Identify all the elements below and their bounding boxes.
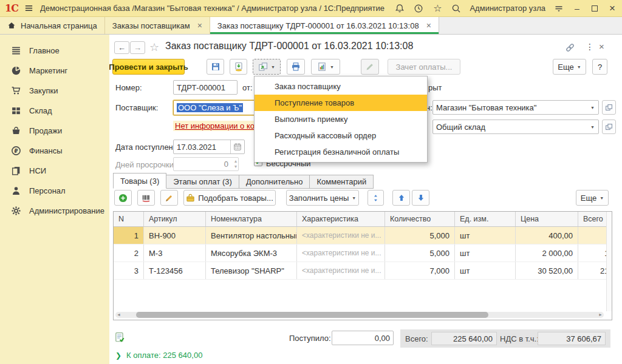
- supplier-label: Поставщик:: [115, 103, 158, 112]
- tab-home[interactable]: Начальная страница: [0, 17, 105, 34]
- cell-price: 400,00: [516, 227, 578, 244]
- sidebar-item-sales[interactable]: Продажи: [0, 121, 109, 141]
- col-characteristic[interactable]: Характеристика: [297, 212, 385, 226]
- move-row-down-button[interactable]: [412, 190, 429, 206]
- menu-item-goods-receipt[interactable]: Поступление товаров: [255, 95, 427, 111]
- cell-n: 2: [114, 244, 144, 261]
- edit-button-disabled[interactable]: [361, 59, 379, 75]
- add-plus-icon: [118, 194, 128, 203]
- scroll-right-icon[interactable]: ►: [598, 312, 603, 317]
- open-form-icon: [605, 123, 613, 131]
- cell-n: 1: [114, 227, 144, 244]
- tab-close-icon[interactable]: ×: [197, 21, 202, 30]
- sidebar-item-warehouse[interactable]: Склад: [0, 101, 109, 121]
- form-more-button[interactable]: Еще▼: [553, 59, 586, 75]
- sidebar-item-administration[interactable]: Администрирование: [0, 201, 109, 221]
- vat-label: НДС в т.ч.:: [500, 334, 539, 343]
- menu-item-perform-acceptance[interactable]: Выполнить приемку: [255, 111, 427, 127]
- help-button[interactable]: ?: [592, 59, 607, 75]
- favorites-star-icon[interactable]: ☆: [432, 3, 443, 14]
- tab-additional[interactable]: Дополнительно: [239, 175, 310, 189]
- sidebar-item-finance[interactable]: ₽ Финансы: [0, 141, 109, 161]
- minimize-button[interactable]: –: [572, 4, 582, 13]
- sidebar-item-purchases[interactable]: Закупки: [0, 81, 109, 101]
- post-document-button[interactable]: [230, 59, 247, 75]
- vertical-scrollbar[interactable]: [606, 212, 612, 311]
- current-user-label[interactable]: Администратор узла: [470, 4, 545, 13]
- add-row-button[interactable]: [114, 190, 132, 206]
- history-icon[interactable]: [413, 3, 424, 14]
- main-menu-icon[interactable]: [24, 3, 35, 14]
- warehouse-open-button[interactable]: [602, 120, 616, 134]
- create-based-on-button[interactable]: ▼: [253, 59, 281, 75]
- chevron-down-icon[interactable]: ▼: [590, 106, 595, 110]
- kebab-menu-icon[interactable]: ⋮: [586, 42, 594, 52]
- sidebar-label: Финансы: [29, 146, 63, 155]
- create-based-on-menu: Заказ поставщику Поступление товаров Вып…: [254, 76, 428, 163]
- store-combobox[interactable]: Магазин "Бытовая техника" ▼: [432, 100, 599, 115]
- goods-more-button[interactable]: Еще▼: [576, 190, 609, 206]
- save-button[interactable]: [207, 59, 224, 75]
- move-row-up-button[interactable]: [392, 190, 410, 206]
- store-open-button[interactable]: [602, 100, 616, 115]
- calendar-icon[interactable]: [230, 140, 244, 153]
- totals-panel: Всего: 225 640,00 НДС в т.ч.: 37 606,67: [400, 329, 610, 348]
- sidebar-item-marketing[interactable]: Маркетинг: [0, 61, 109, 81]
- get-link-icon[interactable]: [565, 42, 575, 55]
- sidebar-item-main[interactable]: Главное: [0, 41, 109, 61]
- chevron-down-icon[interactable]: ▼: [590, 125, 595, 129]
- sidebar-label: Администрирование: [29, 206, 104, 215]
- close-form-icon[interactable]: ×: [599, 41, 604, 52]
- payable-expander-link[interactable]: ❯ К оплате: 225 640,00: [115, 351, 202, 360]
- nav-back-button[interactable]: ←: [114, 41, 129, 54]
- scrollbar-thumb[interactable]: [136, 312, 488, 318]
- expand-rows-button[interactable]: [367, 190, 384, 206]
- cell-characteristic: <характеристики не и...: [297, 227, 385, 244]
- col-quantity[interactable]: Количество: [385, 212, 455, 226]
- tab-comment[interactable]: Комментарий: [310, 175, 374, 189]
- no-contact-info-link[interactable]: Нет информации о кон: [173, 121, 261, 131]
- scroll-left-icon[interactable]: ◄: [117, 312, 121, 317]
- sidebar-item-nsi[interactable]: НСИ: [0, 161, 109, 181]
- tab-payment-stages[interactable]: Этапы оплат (3): [166, 175, 239, 189]
- fill-prices-button[interactable]: Заполнить цены▼: [286, 190, 359, 206]
- menu-item-cashless-payment-registration[interactable]: Регистрация безналичной оплаты: [255, 144, 427, 160]
- tab-supplier-order-document[interactable]: Заказ поставщику ТДРТ-000001 от 16.03.20…: [210, 17, 439, 34]
- overdue-days-input[interactable]: 0 ▴▾: [173, 157, 239, 171]
- table-row[interactable]: 1 ВН-900 Вентилятор настольный <характер…: [114, 227, 612, 244]
- sidebar-item-personnel[interactable]: Персонал: [0, 181, 109, 201]
- col-price[interactable]: Цена: [516, 212, 578, 226]
- menu-item-supplier-order[interactable]: Заказ поставщику: [255, 78, 427, 95]
- tab-goods[interactable]: Товары (3): [113, 173, 166, 189]
- notifications-bell-icon[interactable]: [394, 3, 405, 14]
- service-menu-icon[interactable]: [553, 3, 564, 14]
- barcode-scan-button[interactable]: [137, 190, 155, 206]
- close-window-button[interactable]: ×: [607, 4, 617, 13]
- pick-goods-button[interactable]: Подобрать товары...: [183, 190, 276, 206]
- post-and-close-button[interactable]: Провести и закрыть: [112, 59, 185, 75]
- print-button[interactable]: [287, 59, 305, 75]
- search-icon[interactable]: [451, 3, 462, 14]
- received-input[interactable]: 0,00: [332, 331, 394, 345]
- favorite-star-icon[interactable]: ☆: [149, 41, 159, 54]
- edit-row-button[interactable]: [160, 190, 178, 206]
- number-input[interactable]: ТДРТ-000001: [173, 80, 238, 95]
- menu-item-cash-outflow-order[interactable]: Расходный кассовый ордер: [255, 127, 427, 144]
- col-sku[interactable]: Артикул: [144, 212, 206, 226]
- warehouse-combobox[interactable]: Общий склад ▼: [432, 120, 599, 134]
- reports-button[interactable]: ▼: [311, 59, 340, 75]
- col-item[interactable]: Номенклатура: [206, 212, 297, 226]
- table-row[interactable]: 3 Т-123456 Телевизор "SHARP" <характерис…: [114, 262, 612, 280]
- nav-forward-button[interactable]: →: [130, 41, 145, 54]
- offset-payment-button[interactable]: Зачет оплаты...: [388, 59, 460, 75]
- tab-supplier-orders-list[interactable]: Заказы поставщикам ×: [105, 17, 210, 34]
- table-row[interactable]: 2 М-3 Мясорубка ЭКМ-3 <характеристики не…: [114, 244, 612, 262]
- col-unit[interactable]: Ед. изм.: [455, 212, 516, 226]
- col-n[interactable]: N: [114, 212, 144, 226]
- horizontal-scrollbar[interactable]: ◄ ►: [115, 312, 604, 318]
- tab-close-icon[interactable]: ×: [426, 21, 431, 30]
- receipt-date-input[interactable]: 17.03.2021: [173, 140, 245, 154]
- maximize-button[interactable]: [590, 4, 600, 13]
- cell-quantity: 5,000: [385, 227, 455, 244]
- spinner-icon[interactable]: ▴▾: [234, 158, 237, 169]
